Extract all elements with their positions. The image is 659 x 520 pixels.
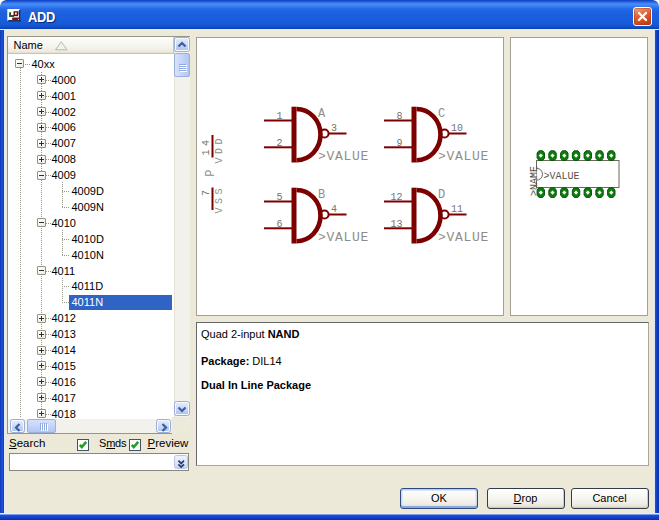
svg-text:4: 4 — [331, 204, 337, 215]
svg-text:12: 12 — [390, 192, 402, 203]
svg-text:VSS: VSS — [214, 185, 225, 214]
svg-text:10: 10 — [451, 123, 463, 134]
svg-text:>VALUE: >VALUE — [318, 230, 369, 245]
svg-text:>VALUE: >VALUE — [318, 149, 369, 164]
svg-text:VDD: VDD — [214, 135, 225, 164]
svg-text:7: 7 — [201, 186, 212, 196]
svg-text:6: 6 — [276, 219, 282, 230]
svg-text:9: 9 — [396, 138, 402, 149]
svg-text:>NAME: >NAME — [528, 166, 539, 196]
svg-text:2: 2 — [276, 138, 282, 149]
svg-text:B: B — [318, 188, 325, 202]
svg-text:13: 13 — [390, 219, 402, 230]
svg-text:>VALUE: >VALUE — [438, 149, 489, 164]
svg-text:8: 8 — [396, 111, 402, 122]
svg-text:>VALUE: >VALUE — [543, 171, 579, 182]
svg-text:11: 11 — [451, 204, 463, 215]
svg-text:3: 3 — [331, 123, 337, 134]
svg-text:5: 5 — [276, 192, 282, 203]
svg-text:1: 1 — [276, 111, 282, 122]
svg-text:P: P — [204, 170, 218, 177]
svg-text:>VALUE: >VALUE — [438, 230, 489, 245]
svg-text:A: A — [318, 107, 326, 121]
svg-text:D: D — [438, 188, 445, 202]
svg-text:C: C — [438, 107, 445, 121]
svg-text:14: 14 — [201, 136, 212, 155]
